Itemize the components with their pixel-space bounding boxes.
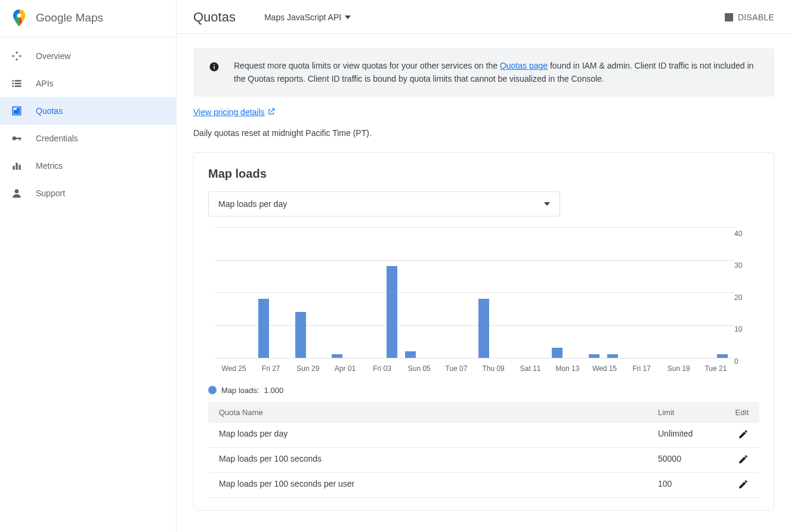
chart-bar[interactable] bbox=[493, 227, 512, 358]
map-loads-card: Map loads Map loads per day Wed 25Fri 27… bbox=[193, 152, 774, 511]
chart-bar[interactable] bbox=[236, 227, 255, 358]
x-tick-label: Fri 17 bbox=[623, 364, 660, 373]
svg-rect-8 bbox=[15, 80, 21, 82]
sidebar-item-credentials[interactable]: Credentials bbox=[0, 125, 176, 152]
pricing-link[interactable]: View pricing details bbox=[193, 107, 774, 117]
quota-name: Map loads per 100 seconds bbox=[219, 454, 658, 466]
chart-legend: Map loads: 1.000 bbox=[208, 386, 759, 395]
sidebar-item-quotas[interactable]: Quotas bbox=[0, 97, 176, 125]
svg-rect-5 bbox=[13, 80, 14, 82]
metric-select[interactable]: Map loads per day bbox=[208, 191, 560, 216]
x-tick-label: Sat 11 bbox=[512, 364, 549, 373]
x-tick-label: Thu 09 bbox=[475, 364, 512, 373]
info-icon bbox=[209, 59, 220, 75]
x-tick-label: Apr 01 bbox=[326, 364, 363, 373]
chart-bar[interactable] bbox=[346, 227, 364, 358]
quota-name: Map loads per 100 seconds per user bbox=[219, 479, 658, 491]
maps-logo-icon bbox=[12, 10, 26, 26]
svg-rect-16 bbox=[19, 138, 20, 141]
quota-icon bbox=[11, 105, 23, 117]
chart-bar[interactable] bbox=[475, 227, 493, 358]
list-icon bbox=[11, 78, 23, 89]
chart-bar[interactable] bbox=[364, 227, 383, 358]
y-tick-label: 20 bbox=[734, 293, 742, 302]
svg-point-20 bbox=[15, 189, 19, 193]
x-tick-label: Wed 25 bbox=[215, 364, 252, 373]
reset-note: Daily quotas reset at midnight Pacific T… bbox=[193, 128, 774, 138]
quotas-page-link[interactable]: Quotas page bbox=[500, 61, 548, 70]
y-tick-label: 30 bbox=[734, 261, 742, 270]
chart-bar[interactable] bbox=[659, 227, 677, 358]
chart-bar[interactable] bbox=[291, 227, 310, 358]
disable-button[interactable]: DISABLE bbox=[725, 13, 774, 22]
edit-button[interactable] bbox=[724, 454, 749, 466]
sidebar-item-label: Metrics bbox=[36, 161, 63, 171]
svg-rect-12 bbox=[14, 110, 16, 113]
quota-limit: 100 bbox=[658, 479, 724, 491]
edit-button[interactable] bbox=[724, 479, 749, 491]
sidebar-item-label: Credentials bbox=[36, 134, 78, 143]
sidebar-header: Google Maps bbox=[0, 0, 176, 38]
disable-label: DISABLE bbox=[738, 13, 774, 22]
chart-bar[interactable] bbox=[567, 227, 585, 358]
sidebar-item-overview[interactable]: Overview bbox=[0, 42, 176, 70]
overview-icon bbox=[11, 50, 23, 62]
chart-bar[interactable] bbox=[603, 227, 622, 358]
chart-bar[interactable] bbox=[548, 227, 567, 358]
chart-bar[interactable] bbox=[585, 227, 604, 358]
chart-bar[interactable] bbox=[713, 227, 732, 358]
chart-bar[interactable] bbox=[273, 227, 291, 358]
pricing-link-label: View pricing details bbox=[193, 107, 265, 117]
page-title: Quotas bbox=[193, 10, 236, 25]
sidebar-item-metrics[interactable]: Metrics bbox=[0, 152, 176, 180]
chart-bar[interactable] bbox=[218, 227, 236, 358]
chart-bar[interactable] bbox=[677, 227, 696, 358]
bar-chart: Wed 25Fri 27Sun 29Apr 01Fri 03Sun 05Tue … bbox=[208, 227, 759, 373]
svg-rect-23 bbox=[214, 64, 215, 66]
svg-rect-13 bbox=[17, 109, 19, 113]
svg-rect-6 bbox=[13, 83, 14, 85]
chart-bar[interactable] bbox=[695, 227, 713, 358]
chart-bar[interactable] bbox=[530, 227, 548, 358]
chevron-down-icon bbox=[345, 16, 351, 19]
api-selector-label: Maps JavaScript API bbox=[264, 13, 341, 22]
table-header: Quota Name Limit Edit bbox=[208, 402, 759, 423]
chart-bar[interactable] bbox=[640, 227, 659, 358]
chart-bar[interactable] bbox=[622, 227, 640, 358]
header-limit: Limit bbox=[658, 408, 724, 417]
chart-bar[interactable] bbox=[310, 227, 328, 358]
svg-point-4 bbox=[16, 58, 17, 60]
chart-bar[interactable] bbox=[401, 227, 420, 358]
bar-chart-icon bbox=[11, 160, 23, 172]
chart-bar[interactable] bbox=[456, 227, 475, 358]
card-title: Map loads bbox=[208, 167, 759, 181]
chart-bar[interactable] bbox=[438, 227, 456, 358]
chart-bar[interactable] bbox=[420, 227, 438, 358]
svg-point-2 bbox=[13, 55, 14, 57]
quota-limit: 50000 bbox=[658, 454, 724, 466]
sidebar-item-support[interactable]: Support bbox=[0, 180, 176, 207]
api-selector[interactable]: Maps JavaScript API bbox=[264, 13, 351, 22]
quota-limit: Unlimited bbox=[658, 429, 724, 441]
info-text: Request more quota limits or view quotas… bbox=[234, 59, 759, 86]
y-tick-label: 40 bbox=[734, 230, 742, 238]
external-link-icon bbox=[267, 107, 276, 117]
x-tick-label: Fri 03 bbox=[364, 364, 401, 373]
stop-icon bbox=[725, 13, 733, 21]
sidebar-item-apis[interactable]: APIs bbox=[0, 70, 176, 97]
sidebar: Google Maps Overview APIs Quotas Credent… bbox=[0, 0, 177, 532]
product-name: Google Maps bbox=[36, 11, 103, 24]
header-edit: Edit bbox=[724, 408, 749, 417]
chart-bar[interactable] bbox=[383, 227, 401, 358]
edit-button[interactable] bbox=[724, 429, 749, 441]
x-tick-label: Mon 13 bbox=[549, 364, 586, 373]
chart-bar[interactable] bbox=[328, 227, 347, 358]
chart-bar[interactable] bbox=[255, 227, 273, 358]
main-header: Quotas Maps JavaScript API DISABLE bbox=[177, 0, 791, 34]
x-tick-label: Sun 19 bbox=[660, 364, 697, 373]
table-row: Map loads per 100 seconds50000 bbox=[208, 448, 759, 473]
x-tick-label: Sun 29 bbox=[289, 364, 326, 373]
svg-rect-10 bbox=[15, 85, 21, 87]
chart-bar[interactable] bbox=[512, 227, 530, 358]
key-icon bbox=[11, 132, 23, 144]
